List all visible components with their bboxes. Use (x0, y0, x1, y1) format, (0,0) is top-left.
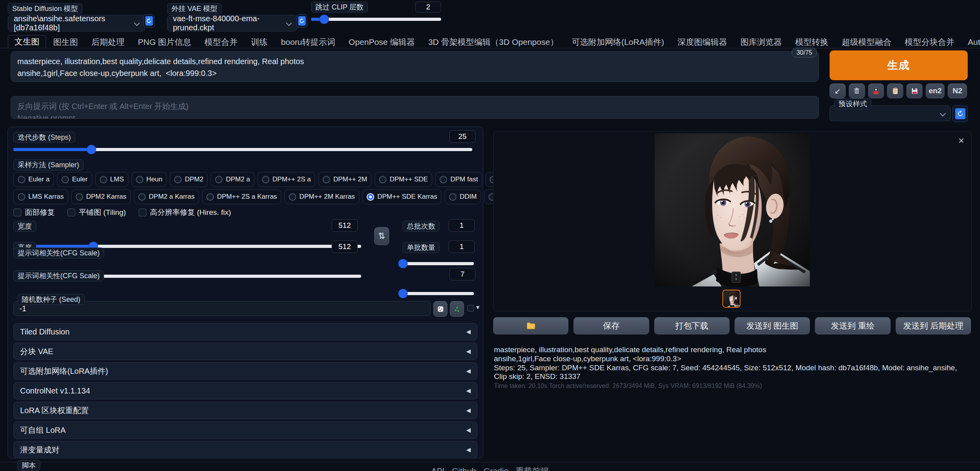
tab-checkpoint-merger[interactable]: 模型合并 (198, 36, 244, 48)
batch-size-value[interactable]: 1 (449, 240, 475, 253)
tab-model-converter[interactable]: 模型转换 (789, 36, 835, 48)
accordion-composable-lora[interactable]: 可自组 LoRA◀ (13, 421, 477, 439)
zip-download-button[interactable]: 打包下载 (654, 317, 729, 334)
accordion-tiled-diffusion[interactable]: Tiled Diffusion◀ (13, 323, 477, 340)
checkbox-icon (139, 209, 147, 216)
sampler-option[interactable]: Euler (57, 172, 92, 187)
tab-3d-openpose[interactable]: 3D 骨架模型编辑（3D Openpose） (422, 36, 564, 48)
send-to-extras-button[interactable]: 发送到 后期处理 (896, 317, 971, 334)
tab-depth-editor[interactable]: 深度图编辑器 (671, 36, 733, 48)
radio-icon (138, 193, 146, 201)
tab-auto-translate[interactable]: Auto Translate (961, 36, 980, 48)
generated-image[interactable] (655, 133, 810, 286)
sampler-option[interactable]: DPM fast (435, 172, 482, 187)
script-label: 脚本 (17, 460, 40, 471)
vae-model-group: 外挂 VAE 模型 vae-ft-mse-840000-ema-pruned.c… (167, 3, 297, 31)
steps-slider[interactable] (13, 145, 472, 154)
seed-expand-triangle-icon[interactable]: ▼ (475, 304, 481, 310)
vae-model-dropdown[interactable]: vae-ft-mse-840000-ema-pruned.ckpt (167, 15, 297, 31)
sampler-option[interactable]: DPM2 (170, 172, 208, 187)
tab-booru[interactable]: booru转提示词 (275, 36, 342, 48)
tab-png-info[interactable]: PNG 图片信息 (132, 36, 197, 48)
sampler-option[interactable]: LMS Karras (13, 189, 68, 204)
send-to-inpaint-button[interactable]: 发送到 重绘 (815, 317, 890, 334)
clear-prompt-button[interactable] (849, 83, 865, 98)
tab-txt2img[interactable]: 文生图 (8, 35, 46, 48)
sampler-option[interactable]: DPM2 a (211, 172, 254, 187)
txt2img-page: Stable Diffusion 模型 ansihe\ansihe.safete… (0, 0, 980, 471)
paste-style-button[interactable] (887, 83, 903, 98)
height-value[interactable]: 512 (332, 240, 358, 253)
vae-refresh-button[interactable] (296, 14, 307, 28)
generate-button[interactable]: 生成 (830, 50, 968, 80)
restore-faces-checkbox[interactable]: 面部修复 (13, 207, 55, 218)
width-value[interactable]: 512 (332, 219, 358, 232)
restore-last-prompt-button[interactable]: ↙ (830, 83, 846, 98)
chevron-down-icon (940, 111, 946, 117)
sampler-option[interactable]: DPM++ SDE (375, 172, 432, 187)
save-style-button[interactable] (906, 83, 922, 98)
accordion-additional-networks[interactable]: 可选附加网络(LoRA插件)◀ (13, 362, 477, 380)
sampler-row1: Euler a Euler LMS Heun DPM2 DPM2 a DPM++… (13, 172, 547, 187)
save-button[interactable]: 保存 (574, 317, 649, 334)
sampler-option[interactable]: DDIM (445, 189, 481, 204)
sampler-option[interactable]: LMS (95, 172, 128, 187)
accordion-tiled-vae[interactable]: 分块 VAE◀ (13, 343, 477, 360)
tab-openpose-editor[interactable]: OpenPose 编辑器 (342, 36, 421, 48)
hires-fix-checkbox[interactable]: 高分辨率修复 (Hires. fix) (139, 207, 231, 218)
batch-count-value[interactable]: 1 (449, 219, 475, 232)
clip-skip-label: 跳过 CLIP 层数 (311, 2, 368, 13)
accordion-latent-couple[interactable]: 潜变量成对◀ (13, 441, 477, 458)
accordion-controlnet[interactable]: ControlNet v1.1.134◀ (13, 382, 477, 399)
collapse-arrow-icon: ◀ (466, 387, 471, 394)
radio-selected-icon (367, 193, 374, 201)
sampler-option[interactable]: Euler a (13, 172, 54, 187)
tab-train[interactable]: 训练 (245, 36, 274, 48)
sampler-option[interactable]: DPM++ 2M Karras (284, 189, 359, 204)
sampler-option-selected[interactable]: DPM++ SDE Karras (362, 189, 442, 204)
extra-networks-button[interactable] (868, 83, 884, 98)
sampler-option[interactable]: DPM++ 2M (318, 172, 371, 187)
steps-value[interactable]: 25 (449, 130, 475, 143)
sampler-row2: LMS Karras DPM2 Karras DPM2 a Karras DPM… (13, 189, 564, 204)
negative-prompt-box (11, 96, 819, 119)
reuse-seed-button[interactable] (450, 301, 464, 317)
sampler-option[interactable]: Heun (132, 172, 167, 187)
tab-block-merge[interactable]: 模型分块合并 (898, 36, 961, 48)
sampler-option[interactable]: DPM++ 2S a Karras (202, 189, 281, 204)
thumbnail-selected[interactable] (722, 290, 741, 308)
preset-styles-refresh-button[interactable] (952, 105, 968, 122)
tab-image-browser[interactable]: 图库浏览器 (734, 36, 788, 48)
n2-button[interactable]: N2 (948, 83, 967, 98)
tab-img2img[interactable]: 图生图 (47, 36, 84, 48)
sd-model-refresh-button[interactable] (143, 14, 154, 28)
random-seed-button[interactable] (433, 301, 447, 317)
cfg-scale-value[interactable]: 7 (449, 268, 475, 281)
swap-width-height-button[interactable]: ⇅ (374, 227, 389, 245)
tiling-checkbox[interactable]: 平铺图 (Tiling) (67, 207, 126, 218)
tab-extras[interactable]: 后期处理 (85, 36, 131, 48)
batch-size-slider[interactable] (401, 289, 474, 298)
info-prompt-line2: ansihe,1girl,Face close-up,cyberpunk art… (494, 355, 968, 363)
tab-super-merger[interactable]: 超级模型融合 (835, 36, 898, 48)
tab-additional-networks[interactable]: 可选附加网络(LoRA插件) (565, 36, 670, 48)
close-gallery-icon[interactable]: × (958, 135, 964, 146)
sampler-option[interactable]: DPM2 Karras (71, 189, 131, 204)
sampler-option[interactable]: DPM++ 2S a (258, 172, 315, 187)
batch-count-slider[interactable] (401, 259, 474, 268)
clip-skip-slider[interactable] (311, 15, 441, 24)
prompt-input[interactable]: masterpiece, illustration,best quality,d… (11, 51, 819, 82)
en2-button[interactable]: en2 (926, 83, 945, 98)
radio-icon (379, 176, 386, 183)
clip-skip-value[interactable]: 2 (415, 2, 441, 13)
info-time-line: Time taken: 20.10s Torch active/reserved… (494, 382, 968, 390)
negative-prompt-input[interactable] (11, 96, 819, 119)
open-folder-button[interactable] (493, 317, 568, 334)
extra-seed-checkbox[interactable] (467, 305, 474, 312)
accordion-lora-block-weight[interactable]: LoRA 区块权重配置◀ (13, 402, 477, 419)
footer-links[interactable]: API · Github · Gradio · 重载前端 (0, 465, 980, 471)
send-to-img2img-button[interactable]: 发送到 图生图 (735, 317, 810, 334)
sd-model-dropdown[interactable]: ansihe\ansihe.safetensors [db7a16f48b] (8, 15, 145, 31)
sampler-option[interactable]: DPM2 a Karras (134, 189, 199, 204)
dice-icon (437, 305, 444, 313)
